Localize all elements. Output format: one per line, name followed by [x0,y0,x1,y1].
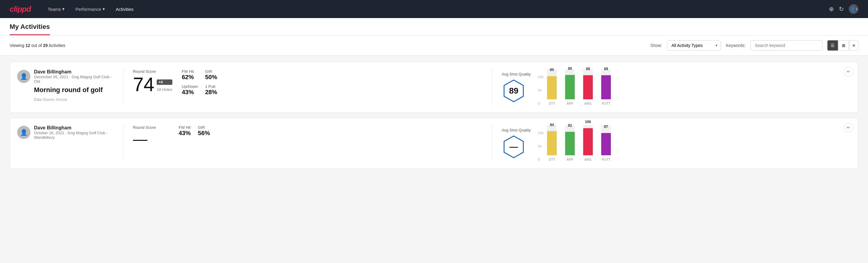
chevron-down-icon: ▾ [62,6,65,12]
hex-score: 89 [509,86,518,96]
filter-bar: Viewing 12 out of 29 Activities Show: Al… [0,35,868,56]
bar-column-app: 90 APP [564,69,576,105]
bar-value: 92 [568,123,572,127]
round-score-section: Round Score 74 +4 18 Holes [133,69,172,94]
mini-stats-grid: FW Hit 43% GIR 56% [179,125,210,137]
bar-fill [601,75,611,99]
avatar-icon: 👤 [20,73,28,80]
player-info: 👤 Dave Billingham December 05, 2021 · Go… [17,69,114,84]
bar-value: 89 [604,67,608,71]
bar-fill [565,75,575,99]
fw-hit-label: FW Hit [182,69,198,74]
bar-fill [547,131,557,155]
shot-quality-label: Avg Shot Quality [502,128,531,133]
refresh-icon[interactable]: ↻ [839,5,844,12]
nav-item-teams[interactable]: Teams ▾ [43,4,69,14]
round-score-display: 74 +4 18 Holes [133,75,172,94]
list-compact-icon: ☰ [831,43,835,48]
activities-list: 👤 Dave Billingham December 05, 2021 · Go… [0,56,868,175]
show-label: Show: [651,43,662,48]
card-left: 👤 Dave Billingham December 05, 2021 · Go… [17,69,114,102]
updown-value: 43% [182,89,198,96]
viewing-text: Viewing 12 out of 29 Activities [10,43,646,48]
page-title: My Activities [10,23,50,35]
fw-hit-value: 62% [182,74,198,81]
activity-card: 👤 Dave Billingham December 05, 2021 · Go… [10,62,858,113]
list-detail-view-button[interactable]: ≡ [849,40,858,51]
bar-column-arg: 89 ARG [582,69,594,105]
bar-fill [583,75,593,99]
divider [123,125,123,161]
user-avatar[interactable]: 👤 ▾ [849,4,858,14]
bar-value: 89 [586,67,590,71]
bar-column-app: 92 APP [564,125,576,161]
player-name: Dave Billingham [34,125,114,130]
updown-label: Up/Down [182,84,198,89]
card-stats: Round Score — FW Hit 43% GIR 56% [133,125,482,147]
edit-button[interactable]: ✏ [844,123,853,133]
bar-label: APP [567,158,573,161]
bar-fill [583,128,593,155]
bar-fill [601,133,611,155]
edit-button[interactable]: ✏ [844,67,853,77]
holes-text: 18 Holes [157,87,172,92]
nav-item-performance[interactable]: Performance ▾ [71,4,110,14]
bar-label: PUTT [602,102,611,105]
bar-label: APP [567,102,573,105]
bar-value: 87 [604,124,608,129]
score-number: 74 [133,75,154,94]
divider-2 [492,125,492,161]
add-icon[interactable]: ⊕ [829,5,834,12]
bar-label: OTT [549,102,555,105]
avatar-icon: 👤 [20,129,28,136]
data-source: Data Source: Arccos [34,97,114,102]
keywords-label: Keywords: [726,43,745,48]
list-compact-view-button[interactable]: ☰ [828,40,838,51]
bar-fill [547,76,557,99]
player-date: October 16, 2021 · Gog Magog Golf Club -… [34,130,114,140]
bar-value: 106 [585,120,591,124]
activity-name: Morning round of golf [34,86,114,94]
bar-chart: 85 OTT 90 APP 89 A [546,69,612,105]
avatar-chevron: ▾ [856,7,858,11]
page-header: My Activities [0,18,868,35]
viewing-count: 12 [26,43,30,48]
bar-column-ott: 94 OTT [546,125,558,161]
search-input[interactable] [750,40,823,51]
fw-hit-value: 43% [179,130,191,137]
shot-quality-section: Avg Shot Quality 89 100 50 0 [502,69,851,105]
player-date: December 05, 2021 · Gog Magog Golf Club … [34,75,114,84]
mini-stats-grid: FW Hit 62% GIR 50% Up/Down 43% 1 Putt 28… [182,69,221,96]
activity-type-select[interactable]: All Activity Types [667,40,721,51]
bar-column-putt: 89 PUTT [600,69,612,105]
card-left: 👤 Dave Billingham October 16, 2021 · Gog… [17,125,114,142]
y-axis: 100 50 0 [538,75,544,105]
bar-label: PUTT [602,158,611,161]
logo[interactable]: clippd [10,4,31,14]
nav-item-activities[interactable]: Activities [111,4,138,14]
user-icon: 👤 [850,6,856,12]
bar-chart: 94 OTT 92 APP 106 [546,125,612,161]
bar-value: 90 [568,66,572,71]
shot-quality-section: Avg Shot Quality — 100 50 0 [502,125,851,161]
gir-value: 50% [205,74,221,81]
chevron-down-icon: ▾ [102,6,105,12]
bar-label: OTT [549,158,555,161]
bar-column-putt: 87 PUTT [600,125,612,161]
shot-quality-hexagon: — [502,135,526,159]
activity-card: 👤 Dave Billingham October 16, 2021 · Gog… [10,118,858,169]
nav-items: Teams ▾ Performance ▾ Activities [43,4,829,14]
oneputt-label: 1 Putt [205,84,221,89]
activity-type-select-wrapper: All Activity Types [667,40,721,51]
gir-label: GIR [198,125,210,130]
y-axis: 100 50 0 [538,131,544,161]
list-detail-icon: ≡ [852,43,855,48]
grid-view-button[interactable]: ⊞ [839,40,849,51]
grid-icon: ⊞ [842,43,845,48]
player-name: Dave Billingham [34,69,114,75]
bar-column-ott: 85 OTT [546,69,558,105]
bar-chart-area: 100 50 0 85 OTT 90 [538,69,612,105]
divider-2 [492,69,492,105]
oneputt-value: 28% [205,89,221,96]
bar-value: 85 [550,68,554,72]
